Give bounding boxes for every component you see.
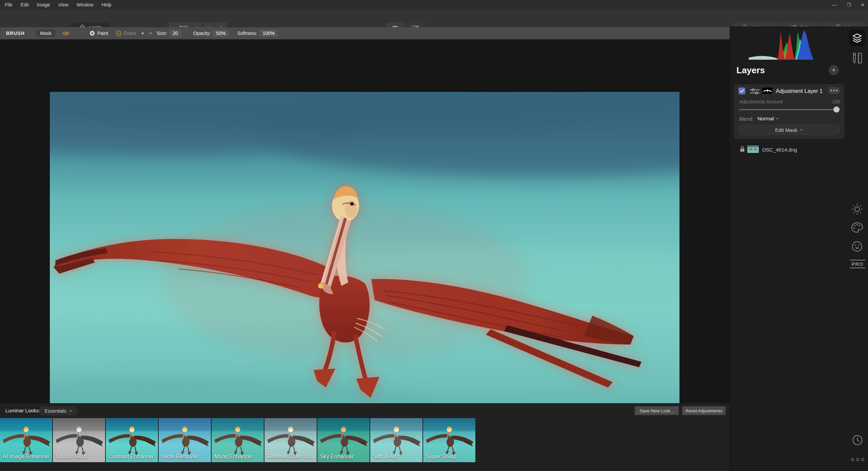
plus-icon: + [832, 66, 835, 74]
brush-preview-dropdown[interactable] [142, 27, 152, 39]
close-icon[interactable]: ✕ [861, 2, 865, 7]
erase-label: Erase [124, 31, 136, 36]
erase-tool-button[interactable]: Erase [116, 27, 136, 39]
pro-label: PRO [851, 261, 864, 267]
luminar-app-window: File Edit Image View Window Help — ❐ ✕ L… [0, 0, 868, 471]
looks-collection-dropdown[interactable]: Essentials [40, 406, 77, 415]
lock-icon [740, 146, 745, 152]
look-thumbnail-contrast-enhancer[interactable]: Contrast Enhancer [106, 418, 158, 462]
title-bar: File Edit Image View Window Help — ❐ ✕ [0, 0, 868, 9]
edit-mask-label: Edit Mask [775, 127, 797, 133]
creative-filters-button[interactable] [851, 221, 864, 234]
menu-image[interactable]: Image [37, 2, 50, 7]
pencil-ruler-icon [851, 52, 863, 64]
mask-bird-glyph [762, 87, 772, 94]
look-thumbnail-classic-bw[interactable]: Classic B&W [53, 418, 105, 462]
looks-collection-value: Essentials [45, 408, 66, 414]
look-label: AI Image Enhancer [3, 454, 49, 460]
adjustment-layer-name[interactable]: Adjustment Layer 1 [776, 88, 823, 94]
check-icon [740, 89, 744, 93]
brush-options-bar: BRUSH Mask Paint Erase [0, 27, 730, 39]
save-new-look-button[interactable]: Save New Look... [635, 406, 679, 415]
edit-tools-button[interactable] [850, 52, 864, 65]
histogram [749, 28, 816, 60]
look-label: Sky Enhancer [320, 454, 354, 460]
more-options-icon[interactable] [849, 457, 866, 462]
look-label: Mood Enhancer [214, 454, 253, 460]
top-toolbar: Looks 31% − + [0, 9, 868, 27]
size-label: Size: [157, 31, 167, 36]
blend-label: Blend: [739, 116, 754, 122]
paint-plus-icon [90, 31, 95, 36]
brush-softness-control[interactable]: Softness: 100% [237, 27, 278, 39]
look-label: Contrast Enhancer [108, 454, 154, 460]
menu-window[interactable]: Window [77, 2, 94, 7]
mask-visibility-eye-icon[interactable] [62, 31, 70, 36]
look-label: Classic B&W [56, 454, 87, 460]
base-layer-name[interactable]: DSC_4614.dng [762, 147, 797, 153]
mask-mode-button[interactable]: Mask [36, 30, 55, 37]
luminar-looks-label: Luminar Looks: [5, 408, 40, 413]
size-value: 20 [170, 30, 181, 37]
menu-file[interactable]: File [5, 2, 13, 7]
sun-icon [851, 203, 863, 215]
blend-mode-dropdown[interactable]: Normal [757, 116, 779, 121]
chevron-up-icon [69, 410, 73, 412]
canvas-image[interactable] [50, 92, 679, 430]
maximize-icon[interactable]: ❐ [847, 2, 851, 7]
look-thumbnail-ai-image-enhancer[interactable]: AI Image Enhancer [0, 418, 52, 462]
look-thumbnail-haze-removal[interactable]: Haze Removal [159, 418, 211, 462]
paint-tool-button[interactable]: Paint [90, 27, 108, 39]
clock-icon [852, 435, 863, 446]
look-label: Haze Removal [161, 454, 197, 460]
adjustments-amount-slider[interactable] [739, 109, 840, 110]
window-controls: — ❐ ✕ [832, 0, 865, 9]
look-thumbnail-remove-color-cast[interactable]: Remove Color Ca... [264, 418, 317, 462]
chevron-down-icon [149, 32, 152, 34]
add-layer-button[interactable]: + [829, 65, 839, 75]
layer-more-options-button[interactable] [828, 87, 840, 94]
blend-mode-value: Normal [757, 116, 774, 121]
look-label: Super Sharp [426, 454, 456, 460]
canvas-area [0, 39, 730, 403]
menu-help[interactable]: Help [102, 2, 112, 7]
reset-adjustments-button[interactable]: Reset Adjustments [682, 406, 726, 415]
layer-visibility-checkbox[interactable] [738, 87, 745, 94]
brush-dot-icon [142, 32, 144, 34]
look-thumbnail-mood-enhancer[interactable]: Mood Enhancer [212, 418, 264, 462]
essentials-filters-button[interactable] [851, 203, 864, 216]
opacity-label: Opacity: [193, 31, 211, 36]
chevron-down-icon [776, 118, 779, 120]
smiley-icon [851, 241, 863, 252]
layer-mask-thumbnail[interactable] [762, 87, 772, 94]
portrait-filters-button[interactable] [851, 240, 864, 253]
look-label: Remove Color Ca... [267, 454, 315, 460]
edit-mask-button[interactable]: Edit Mask [738, 125, 840, 135]
menu-view[interactable]: View [58, 2, 68, 7]
adjustments-amount-slider-knob[interactable] [833, 106, 840, 113]
layers-icon [852, 33, 862, 43]
history-button[interactable] [851, 434, 864, 446]
softness-value: 100% [259, 30, 278, 37]
brush-opacity-control[interactable]: Opacity: 50% [193, 27, 229, 39]
adjustments-amount-value: 100 [824, 99, 840, 104]
menu-edit[interactable]: Edit [21, 2, 29, 7]
paint-label: Paint [97, 31, 108, 36]
professional-filters-button[interactable]: PRO [850, 260, 865, 268]
minimize-icon[interactable]: — [832, 2, 836, 7]
layers-panel-button[interactable] [849, 30, 865, 46]
opacity-value: 50% [213, 30, 229, 37]
brush-size-control[interactable]: Size: 20 [157, 27, 181, 39]
menu-bar: File Edit Image View Window Help [5, 0, 111, 9]
looks-thumbnail-strip: AI Image Enhancer Classic B&W Contrast E… [0, 418, 475, 462]
look-thumbnail-super-sharp[interactable]: Super Sharp [423, 418, 475, 462]
save-new-look-label: Save New Look... [639, 408, 674, 413]
look-thumbnail-sky-enhancer[interactable]: Sky Enhancer [317, 418, 370, 462]
palette-icon [851, 222, 863, 233]
chevron-down-icon [800, 129, 803, 131]
look-thumbnail-soft-airy[interactable]: Soft & Airy [370, 418, 422, 462]
adjustments-icon [750, 89, 760, 94]
base-layer-thumbnail[interactable] [747, 145, 759, 153]
softness-label: Softness: [237, 31, 257, 36]
tool-mode-label: BRUSH [6, 31, 25, 36]
